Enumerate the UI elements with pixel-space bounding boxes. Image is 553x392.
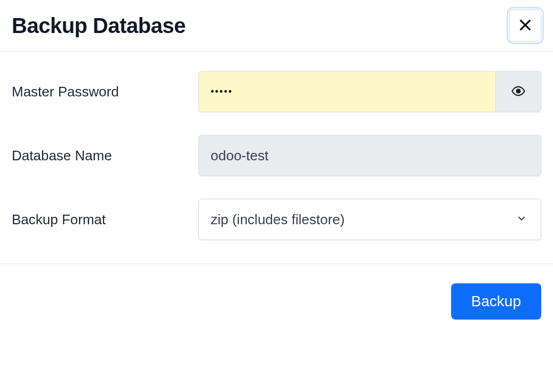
master-password-input[interactable]: [198, 71, 495, 112]
master-password-label: Master Password: [12, 84, 198, 100]
backup-format-select[interactable]: zip (includes filestore): [198, 199, 541, 240]
modal-body: Master Password Database Nam: [0, 52, 553, 264]
close-button[interactable]: [509, 10, 541, 42]
database-name-row: Database Name: [12, 135, 541, 176]
eye-icon: [511, 84, 526, 100]
database-name-input[interactable]: [198, 135, 541, 176]
backup-format-row: Backup Format zip (includes filestore): [12, 199, 541, 240]
modal-header: Backup Database: [0, 0, 553, 52]
modal-footer: Backup: [0, 264, 553, 339]
close-icon: [517, 17, 534, 35]
modal-title: Backup Database: [12, 14, 186, 38]
svg-point-0: [517, 89, 520, 93]
master-password-row: Master Password: [12, 71, 541, 112]
backup-button[interactable]: Backup: [451, 283, 541, 320]
backup-format-label: Backup Format: [12, 211, 198, 228]
database-name-label: Database Name: [12, 148, 198, 164]
backup-database-modal: Backup Database Master Password: [0, 0, 553, 339]
toggle-password-visibility-button[interactable]: [495, 71, 541, 112]
